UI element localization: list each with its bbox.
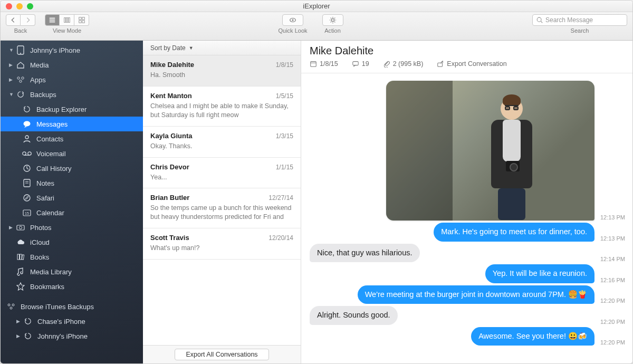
svg-line-17 bbox=[330, 18, 331, 18]
message-bubble[interactable]: Awesome. See you there! 😃🍻 bbox=[471, 327, 594, 346]
conversation-preview: Yea... bbox=[150, 173, 293, 182]
conversation-item[interactable]: Kayla Giunta1/3/15Okay. Thanks. bbox=[143, 127, 301, 158]
sidebar-item-media[interactable]: ▶ Media bbox=[1, 58, 143, 72]
svg-rect-43 bbox=[20, 254, 22, 260]
sidebar-browse-label: Browse iTunes Backups bbox=[21, 303, 94, 311]
message-row: Awesome. See you there! 😃🍻12:20 PM bbox=[310, 327, 628, 346]
sidebar-item-backups[interactable]: ▼ Backups bbox=[1, 87, 143, 102]
sidebar-browse-backups[interactable]: Browse iTunes Backups bbox=[1, 299, 143, 314]
message-bubble[interactable]: Mark. He's going to meet us for dinner, … bbox=[434, 223, 594, 242]
sidebar-backup-device-2[interactable]: ▶ Johnny's iPhone bbox=[1, 329, 143, 343]
sidebar-item-safari[interactable]: Safari bbox=[1, 190, 143, 205]
sidebar-item-label: Apps bbox=[30, 76, 46, 84]
sidebar-item-apps[interactable]: ▶ Apps bbox=[1, 72, 143, 87]
chat-title: Mike Dalehite bbox=[310, 45, 624, 57]
conversation-preview: Ha. Smooth bbox=[150, 71, 293, 80]
message-bubble[interactable]: Alright. Sounds good. bbox=[310, 306, 398, 325]
svg-point-41 bbox=[19, 226, 22, 229]
disclosure-icon: ▶ bbox=[9, 225, 14, 230]
sidebar-item-label: iCloud bbox=[30, 238, 50, 246]
action-button[interactable] bbox=[322, 14, 343, 26]
sidebar-item-label: Backup Explorer bbox=[36, 106, 87, 113]
sidebar-item-notes[interactable]: Notes bbox=[1, 176, 143, 190]
view-mode-grid-button[interactable] bbox=[74, 14, 89, 26]
conversation-name: Brian Butler bbox=[150, 194, 189, 202]
sidebar-backup-device-1[interactable]: ▶ Chase's iPhone bbox=[1, 314, 143, 329]
view-mode-list-button[interactable] bbox=[45, 14, 60, 26]
quick-look-button[interactable] bbox=[282, 14, 303, 26]
svg-point-21 bbox=[537, 17, 541, 22]
conversation-item[interactable]: Kent Manton1/5/15Chelsea and I might be … bbox=[143, 87, 301, 127]
disclosure-icon: ▶ bbox=[9, 62, 14, 68]
chevron-down-icon: ▼ bbox=[189, 45, 194, 51]
message-bubble[interactable]: Yep. It will be like a reunion. bbox=[485, 264, 594, 283]
backup-icon bbox=[15, 91, 26, 98]
message-time: 12:14 PM bbox=[599, 256, 628, 262]
svg-point-45 bbox=[8, 304, 10, 306]
export-conversation-button[interactable]: Export Conversation bbox=[437, 60, 506, 68]
export-icon bbox=[437, 60, 444, 68]
message-row: 12:13 PM bbox=[310, 81, 628, 221]
sidebar-item-label: Voicemail bbox=[36, 150, 66, 158]
conversation-item[interactable]: Chris Devor1/1/15Yea... bbox=[143, 158, 301, 189]
sidebar-item-label: Bookmarks bbox=[30, 283, 64, 291]
svg-point-29 bbox=[25, 136, 28, 139]
search-input[interactable]: Search Message bbox=[532, 14, 627, 26]
svg-rect-51 bbox=[438, 63, 443, 66]
sidebar-item-books[interactable]: Books bbox=[1, 250, 143, 264]
disclosure-icon: ▶ bbox=[16, 319, 22, 324]
view-mode-columns-button[interactable] bbox=[60, 14, 74, 26]
sidebar-item-label: Johnny's iPhone bbox=[37, 332, 88, 340]
sidebar-item-bookmarks[interactable]: Bookmarks bbox=[1, 279, 143, 294]
sidebar-item-voicemail[interactable]: Voicemail bbox=[1, 146, 143, 161]
forward-button[interactable] bbox=[21, 14, 35, 26]
sidebar-item-call-history[interactable]: Call History bbox=[1, 161, 143, 176]
export-all-button[interactable]: Export All Conversations bbox=[175, 349, 268, 360]
svg-point-24 bbox=[20, 53, 21, 54]
sidebar-item-label: Books bbox=[30, 253, 49, 261]
music-icon bbox=[15, 267, 26, 276]
svg-point-26 bbox=[22, 77, 24, 79]
message-bubble[interactable]: We're meeting at the burger joint in dow… bbox=[358, 285, 594, 304]
sidebar-item-photos[interactable]: ▶ Photos bbox=[1, 220, 143, 235]
camera-icon bbox=[15, 224, 26, 231]
message-photo[interactable] bbox=[386, 81, 594, 221]
sidebar-item-label: Backups bbox=[30, 91, 56, 99]
sidebar-item-backup-explorer[interactable]: Backup Explorer bbox=[1, 102, 143, 117]
sidebar-item-label: Notes bbox=[36, 179, 54, 187]
sidebar-item-label: Contacts bbox=[36, 135, 63, 143]
safari-icon bbox=[22, 194, 32, 202]
message-row: Alright. Sounds good.12:20 PM bbox=[310, 306, 628, 325]
message-bubble[interactable]: Nice, that guy was hilarious. bbox=[310, 244, 420, 263]
conversation-item[interactable]: Mike Dalehite1/8/15Ha. Smooth bbox=[143, 55, 301, 87]
svg-rect-6 bbox=[79, 17, 81, 20]
chat-date: 1/8/15 bbox=[310, 60, 338, 68]
sidebar-device[interactable]: ▼ Johnny's iPhone bbox=[1, 43, 143, 58]
conversation-item[interactable]: Scott Travis12/20/14What's up man!? bbox=[143, 228, 301, 260]
search-label: Search bbox=[571, 27, 589, 34]
disclosure-icon: ▶ bbox=[16, 333, 22, 339]
conversation-name: Mike Dalehite bbox=[150, 61, 194, 69]
calendar-icon: 15 bbox=[22, 209, 32, 216]
sort-dropdown[interactable]: Sort by Date ▼ bbox=[143, 41, 301, 55]
action-label: Action bbox=[324, 27, 341, 34]
paperclip-icon bbox=[383, 60, 390, 68]
voicemail-icon bbox=[22, 151, 32, 156]
conversation-date: 1/8/15 bbox=[276, 61, 293, 69]
sidebar-item-contacts[interactable]: Contacts bbox=[1, 131, 143, 146]
sidebar-item-media-library[interactable]: Media Library bbox=[1, 264, 143, 279]
sidebar-item-calendar[interactable]: 15 Calendar bbox=[1, 205, 143, 220]
sidebar-item-icloud[interactable]: iCloud bbox=[1, 235, 143, 250]
conversation-name: Chris Devor bbox=[150, 163, 189, 171]
sidebar-device-label: Johnny's iPhone bbox=[30, 46, 80, 54]
svg-rect-50 bbox=[353, 62, 359, 65]
svg-line-18 bbox=[334, 22, 335, 22]
conversation-preview: Okay. Thanks. bbox=[150, 142, 293, 151]
back-button[interactable] bbox=[6, 14, 21, 26]
svg-rect-8 bbox=[79, 21, 81, 23]
sidebar-item-messages[interactable]: Messages bbox=[1, 117, 143, 131]
conversation-item[interactable]: Brian Butler12/27/14So the temps came up… bbox=[143, 188, 301, 228]
conversation-date: 12/27/14 bbox=[268, 194, 293, 202]
notes-icon bbox=[22, 179, 32, 187]
svg-rect-44 bbox=[22, 255, 24, 260]
